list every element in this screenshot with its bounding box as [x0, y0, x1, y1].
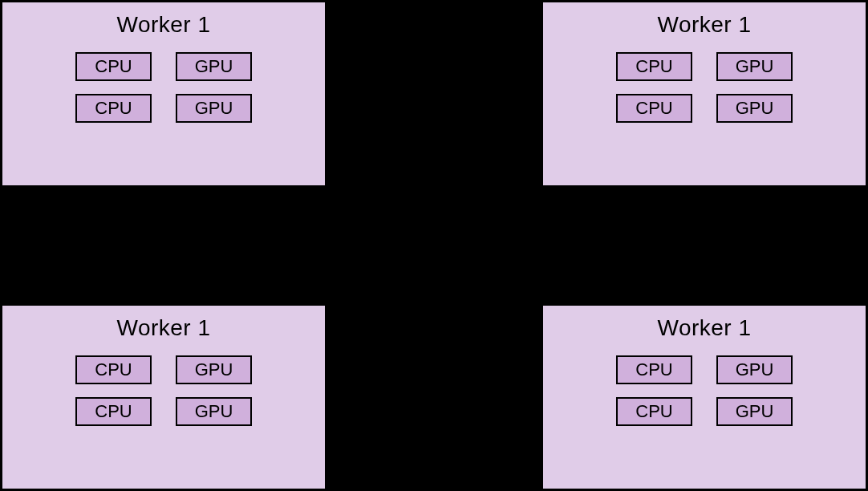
gpu-box: GPU [716, 52, 793, 81]
worker-box-3: Worker 1 CPU GPU CPU GPU [541, 303, 868, 491]
worker-box-2: Worker 1 CPU GPU CPU GPU [0, 303, 327, 491]
unit-grid: CPU GPU CPU GPU [75, 355, 252, 426]
cpu-box: CPU [75, 397, 152, 426]
gpu-box: GPU [716, 94, 793, 123]
cpu-box: CPU [616, 52, 692, 81]
cpu-box: CPU [616, 355, 692, 384]
worker-title: Worker 1 [657, 12, 751, 38]
worker-box-1: Worker 1 CPU GPU CPU GPU [541, 0, 868, 188]
unit-grid: CPU GPU CPU GPU [616, 52, 793, 123]
gpu-box: GPU [716, 397, 793, 426]
unit-grid: CPU GPU CPU GPU [616, 355, 793, 426]
worker-box-0: Worker 1 CPU GPU CPU GPU [0, 0, 327, 188]
worker-title: Worker 1 [116, 12, 210, 38]
gpu-box: GPU [176, 355, 252, 384]
gpu-box: GPU [716, 355, 793, 384]
gpu-box: GPU [176, 94, 252, 123]
cpu-box: CPU [75, 94, 152, 123]
unit-grid: CPU GPU CPU GPU [75, 52, 252, 123]
cpu-box: CPU [75, 52, 152, 81]
cpu-box: CPU [616, 397, 692, 426]
worker-title: Worker 1 [657, 315, 751, 341]
cpu-box: CPU [616, 94, 692, 123]
cpu-box: CPU [75, 355, 152, 384]
gpu-box: GPU [176, 52, 252, 81]
gpu-box: GPU [176, 397, 252, 426]
worker-title: Worker 1 [116, 315, 210, 341]
